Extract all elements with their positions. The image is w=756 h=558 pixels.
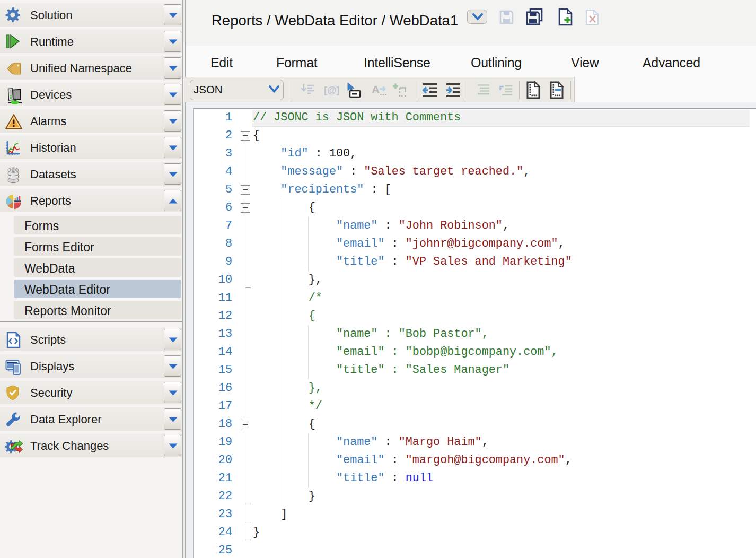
svg-text:A: A: [372, 83, 380, 95]
svg-text:[@]: [@]: [324, 85, 339, 95]
